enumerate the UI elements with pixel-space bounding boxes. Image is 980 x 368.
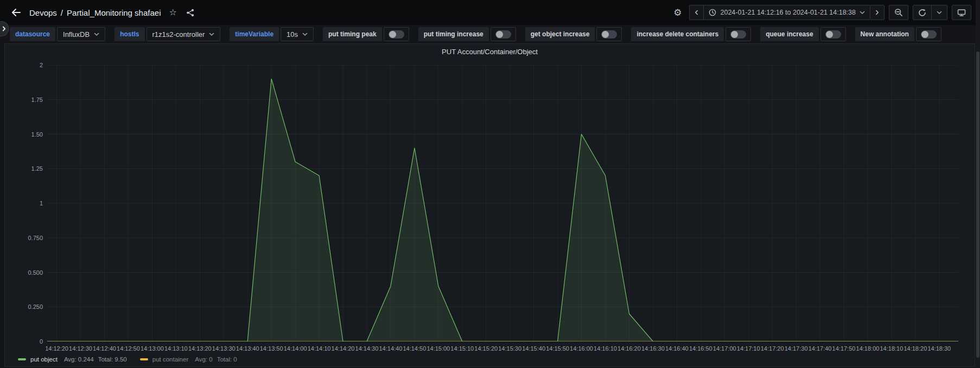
y-tick-label: 0.500 [8, 269, 43, 276]
y-tick-label: 0.250 [8, 304, 43, 310]
switch-knob [389, 31, 396, 38]
legend-item-put-object: put objectAvg: 0.244Total: 9.50 [18, 356, 127, 363]
favorite-button[interactable]: ☆ [168, 7, 177, 18]
variable-hostls: hostlsr1z1s2-controller [114, 27, 220, 41]
variable-value-dropdown-datasource[interactable]: InfluxDB [57, 27, 105, 41]
dashboard-settings-button[interactable]: ⚙ [672, 7, 683, 18]
breadcrumb-folder[interactable]: Devops [29, 8, 57, 17]
legend-avg: Avg: 0 [195, 356, 212, 363]
chevron-down-icon [302, 33, 308, 36]
variable-list: datasourceInfluxDBhostlsr1z1s2-controlle… [10, 27, 314, 41]
toggle-increase-delete-containers: increase delete containers [631, 27, 751, 41]
switch-knob [826, 31, 833, 38]
toggle-switch-queue-increase[interactable] [820, 27, 846, 41]
legend-total: Total: 0 [217, 356, 237, 363]
monitor-icon [957, 9, 966, 17]
toggle-label-increase-delete-containers: increase delete containers [631, 27, 724, 41]
toggle-label-new-annotation: New annotation [855, 27, 914, 41]
refresh-button[interactable] [913, 5, 932, 20]
toggle-label-get-object-increase: get object increase [525, 27, 595, 41]
zoom-out-icon [894, 8, 903, 17]
time-range-group: 2024-01-21 14:12:16 to 2024-01-21 14:18:… [689, 5, 884, 20]
share-icon [186, 9, 194, 17]
toggle-queue-increase: queue increase [760, 27, 845, 41]
switch-track [730, 30, 746, 38]
toggle-put-timing-peak: put timing peak [323, 27, 409, 41]
toggle-label-queue-increase: queue increase [760, 27, 818, 41]
toggle-list: put timing peakput timing increaseget ob… [323, 27, 941, 41]
arrow-left-icon [11, 8, 21, 17]
switch-knob [496, 31, 503, 38]
y-tick-label: 1.50 [8, 131, 43, 138]
toggle-switch-new-annotation[interactable] [916, 27, 941, 41]
toggle-put-timing-increase: put timing increase [418, 27, 516, 41]
switch-track [825, 30, 841, 38]
kiosk-mode-button[interactable] [952, 5, 971, 20]
switch-track [921, 30, 937, 38]
toggle-label-put-timing-peak: put timing peak [323, 27, 382, 41]
time-range-picker-button[interactable]: 2024-01-21 14:12:16 to 2024-01-21 14:18:… [704, 5, 870, 20]
toggle-switch-put-timing-increase[interactable] [491, 27, 516, 41]
chart-grid [47, 65, 958, 341]
time-range-back-button[interactable] [689, 5, 704, 20]
chevron-down-icon [209, 33, 214, 36]
legend-item-put-container: put containerAvg: 0Total: 0 [140, 356, 237, 363]
panel-title[interactable]: PUT Account/Container/Object [5, 48, 975, 56]
chart-svg[interactable] [47, 65, 958, 341]
variable-value-dropdown-hostls[interactable]: r1z1s2-controller [147, 27, 221, 41]
variable-label-datasource: datasource [10, 27, 55, 41]
legend-series-label[interactable]: put container [152, 356, 189, 363]
x-axis-labels: 14:12:2014:12:3014:12:4014:12:5014:13:00… [47, 345, 958, 353]
x-tick-label: 14:18:30 [918, 345, 961, 352]
toggle-label-put-timing-increase: put timing increase [418, 27, 489, 41]
switch-knob [602, 31, 609, 38]
toggle-get-object-increase: get object increase [525, 27, 622, 41]
scrollbar-thumb[interactable] [976, 51, 979, 358]
y-tick-label: 0 [8, 338, 43, 345]
legend-color-dash[interactable] [18, 358, 26, 360]
clock-icon [709, 9, 716, 16]
breadcrumb-separator: / [61, 8, 63, 17]
variable-timevariable: timeVariable10s [230, 27, 314, 41]
breadcrumb: Devops / Partial_Monitoring shafaei [29, 8, 161, 17]
gear-icon: ⚙ [673, 8, 682, 17]
switch-knob [731, 31, 738, 38]
legend-avg: Avg: 0.244 [64, 356, 94, 363]
chevron-down-icon [94, 33, 99, 36]
toggle-new-annotation: New annotation [855, 27, 941, 41]
breadcrumb-dashboard: Partial_Monitoring shafaei [67, 8, 161, 17]
legend-total: Total: 9.50 [98, 356, 127, 363]
dashboard-submenu: datasourceInfluxDBhostlsr1z1s2-controlle… [0, 25, 975, 43]
legend-series-label[interactable]: put object [30, 356, 58, 363]
chevron-right-icon [2, 26, 6, 31]
series-line-put-object [47, 79, 958, 342]
toggle-switch-put-timing-peak[interactable] [384, 27, 409, 41]
scrollbar-track[interactable] [976, 0, 980, 368]
legend: put objectAvg: 0.244Total: 9.50put conta… [18, 356, 237, 363]
variable-label-timevariable: timeVariable [230, 27, 279, 41]
share-button[interactable] [185, 8, 195, 18]
switch-track [389, 30, 404, 38]
variable-label-hostls: hostls [114, 27, 144, 41]
variable-value-dropdown-timevariable[interactable]: 10s [281, 27, 314, 41]
y-tick-label: 1.25 [8, 165, 43, 172]
plot-area[interactable] [47, 65, 958, 341]
chevron-right-icon [875, 10, 879, 15]
back-button[interactable] [10, 7, 22, 18]
navbar-left: Devops / Partial_Monitoring shafaei ☆ [10, 7, 195, 18]
legend-color-dash[interactable] [140, 358, 148, 360]
variable-datasource: datasourceInfluxDB [10, 27, 105, 41]
time-range-forward-button[interactable] [870, 5, 884, 20]
top-navbar: Devops / Partial_Monitoring shafaei ☆ ⚙ [0, 0, 980, 25]
variable-value-text: InfluxDB [63, 30, 90, 38]
chevron-down-icon [937, 11, 942, 15]
toggle-switch-get-object-increase[interactable] [596, 27, 622, 41]
y-tick-label: 2 [8, 62, 43, 68]
refresh-interval-dropdown[interactable] [932, 5, 947, 20]
navbar-right: ⚙ 2024-01-21 14:12:16 to 2024-01-21 14:1… [672, 5, 971, 20]
zoom-out-button[interactable] [889, 5, 908, 20]
y-tick-label: 0.750 [8, 235, 43, 241]
toggle-switch-increase-delete-containers[interactable] [726, 27, 751, 41]
switch-knob [921, 31, 928, 38]
y-tick-label: 1 [8, 200, 43, 206]
